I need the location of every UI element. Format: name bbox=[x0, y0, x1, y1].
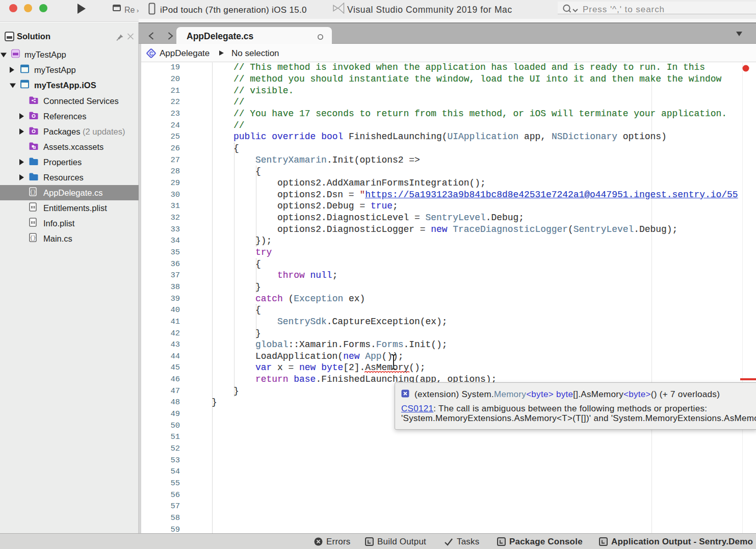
svg-text:{}: {} bbox=[30, 190, 36, 195]
svg-text:{}: {} bbox=[30, 236, 36, 241]
svg-text:C: C bbox=[149, 51, 153, 57]
